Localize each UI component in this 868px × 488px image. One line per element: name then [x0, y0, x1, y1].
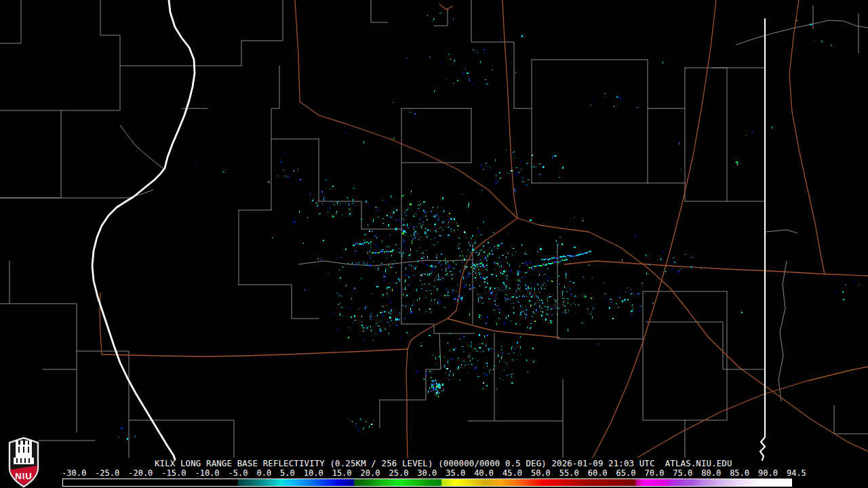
radar-echo [639, 293, 639, 294]
radar-echo [437, 386, 437, 386]
radar-echo [448, 291, 448, 292]
radar-echo [741, 312, 743, 313]
radar-echo [477, 264, 479, 265]
radar-echo [474, 348, 475, 349]
radar-echo [498, 180, 498, 181]
county-boundary [834, 405, 868, 434]
radar-echo [515, 290, 517, 291]
radar-echo [485, 79, 486, 80]
radar-echo [471, 264, 473, 264]
radar-echo [393, 263, 393, 265]
radar-echo [395, 272, 397, 273]
radar-echo [427, 273, 428, 276]
radar-echo [440, 260, 441, 262]
radar-echo [547, 268, 549, 269]
radar-echo [304, 289, 305, 291]
radar-echo [525, 272, 527, 273]
radar-echo [441, 236, 441, 237]
radar-echo [505, 300, 507, 301]
radar-echo [334, 312, 334, 313]
radar-echo [372, 424, 373, 425]
radar-echo [484, 336, 485, 338]
niu-logo-text: NIU [15, 471, 32, 481]
radar-echo [435, 215, 437, 216]
radar-echo [434, 238, 435, 239]
radar-echo [432, 384, 434, 385]
radar-echo [496, 306, 498, 306]
radar-echo [544, 167, 545, 167]
colorbar-tick-label: 70.0 [644, 468, 664, 478]
radar-echo [673, 268, 673, 269]
radar-echo [391, 310, 391, 312]
radar-echo [562, 294, 563, 296]
radar-echo [367, 306, 368, 307]
radar-echo [448, 227, 449, 228]
radar-echo [422, 274, 423, 274]
radar-echo [486, 260, 487, 261]
radar-echo [363, 141, 364, 144]
radar-echo [431, 293, 432, 294]
radar-echo [463, 286, 465, 287]
radar-echo [403, 219, 404, 220]
radar-echo [318, 258, 319, 260]
radar-echo [514, 190, 515, 192]
radar-echo [372, 317, 372, 318]
radar-echo [405, 224, 406, 225]
radar-echo [424, 274, 426, 274]
radar-echo [465, 266, 465, 266]
radar-echo [348, 198, 349, 199]
radar-echo [390, 251, 392, 252]
radar-echo [620, 297, 620, 298]
radar-echo [395, 220, 396, 221]
radar-echo [439, 262, 439, 264]
radar-echo [387, 293, 388, 294]
radar-echo [472, 249, 474, 251]
radar-echo [560, 237, 561, 238]
radar-echo [437, 386, 438, 387]
radar-echo [548, 314, 549, 315]
radar-echo [414, 238, 414, 239]
radar-echo [423, 379, 425, 380]
radar-echo [340, 313, 340, 316]
radar-echo [438, 274, 439, 277]
radar-echo [531, 287, 532, 289]
radar-echo [507, 298, 508, 300]
radar-echo [545, 306, 546, 307]
radar-echo [564, 312, 564, 313]
radar-echo [549, 258, 551, 260]
radar-echo [135, 436, 136, 437]
radar-echo [416, 251, 417, 251]
radar-echo [407, 209, 408, 210]
radar-echo [481, 190, 482, 190]
radar-echo [387, 246, 388, 247]
radar-echo [405, 232, 406, 232]
radar-echo [382, 315, 384, 317]
radar-echo [431, 371, 431, 371]
radar-echo [404, 226, 405, 226]
radar-echo [425, 216, 426, 217]
radar-echo [336, 293, 338, 293]
radar-echo [463, 277, 464, 279]
radar-echo [399, 279, 400, 282]
radar-echo [509, 264, 510, 266]
radar-echo [462, 194, 462, 195]
radar-echo [368, 253, 368, 253]
radar-echo [452, 239, 453, 240]
radar-echo [511, 374, 512, 375]
radar-echo [412, 240, 413, 241]
radar-echo [502, 273, 503, 274]
radar-echo [517, 342, 518, 344]
radar-echo [421, 258, 422, 259]
radar-echo [589, 265, 590, 266]
radar-echo [404, 289, 406, 289]
radar-echo [468, 277, 469, 278]
radar-echo [468, 364, 469, 365]
radar-echo [541, 259, 542, 260]
radar-echo [494, 246, 495, 247]
radar-echo [490, 292, 492, 294]
radar-echo [505, 298, 506, 299]
radar-echo [495, 304, 496, 305]
radar-echo [509, 354, 509, 354]
colorbar-tick-label: 65.0 [616, 468, 636, 478]
radar-echo [480, 315, 481, 316]
